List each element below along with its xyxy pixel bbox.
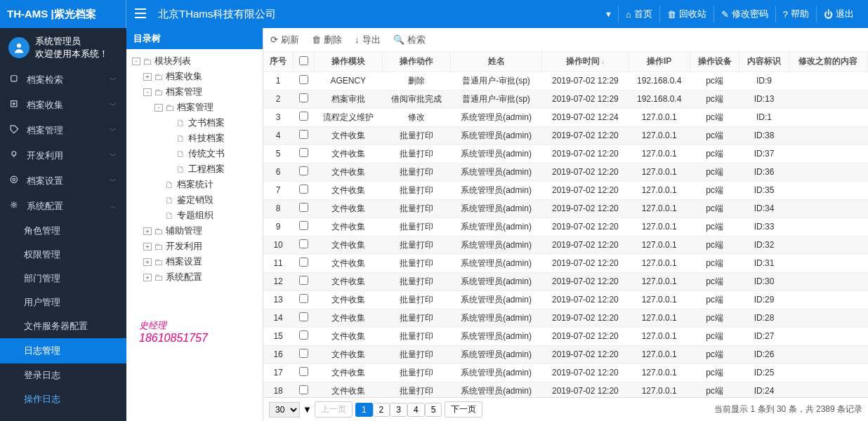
page-button-3[interactable]: 3: [390, 403, 407, 417]
tree-node-6[interactable]: 🗋传统文书: [129, 146, 260, 161]
page-button-2[interactable]: 2: [373, 403, 390, 417]
nav-item-3[interactable]: 开发利用﹀: [0, 143, 126, 168]
expander-icon[interactable]: +: [143, 73, 152, 81]
col-header-3[interactable]: 操作动作: [382, 52, 450, 72]
table-row[interactable]: 13文件收集批量打印系统管理员(admin)2019-07-02 12:2012…: [263, 290, 868, 309]
table-row[interactable]: 17文件收集批量打印系统管理员(admin)2019-07-02 12:2012…: [263, 363, 868, 382]
expander-icon[interactable]: +: [143, 274, 152, 281]
row-checkbox[interactable]: [299, 367, 308, 376]
row-checkbox[interactable]: [299, 112, 308, 121]
tree-node-1[interactable]: +🗀档案收集: [129, 69, 260, 84]
row-checkbox[interactable]: [299, 75, 308, 84]
table-row[interactable]: 9文件收集批量打印系统管理员(admin)2019-07-02 12:20127…: [263, 218, 868, 236]
nav-item-4[interactable]: 档案设置﹀: [0, 168, 126, 194]
tool-btn-1[interactable]: 🗑删除: [312, 34, 342, 46]
nav-sub-7[interactable]: 操作日志: [0, 387, 126, 411]
nav-sub-2[interactable]: 部门管理: [0, 267, 126, 290]
row-checkbox[interactable]: [299, 258, 308, 267]
table-row[interactable]: 16文件收集批量打印系统管理员(admin)2019-07-02 12:2012…: [263, 345, 868, 363]
table-row[interactable]: 2档案审批借阅审批完成普通用户-审批(sp)2019-07-02 12:2919…: [263, 90, 868, 108]
tree-node-7[interactable]: 🗋工程档案: [129, 161, 260, 177]
col-header-5[interactable]: 操作时间↓: [542, 52, 629, 72]
table-row[interactable]: 15文件收集批量打印系统管理员(admin)2019-07-02 12:2012…: [263, 327, 868, 345]
row-checkbox[interactable]: [299, 93, 308, 102]
nav-item-5[interactable]: 系统配置︿: [0, 194, 126, 219]
tree-node-14[interactable]: +🗀系统配置: [129, 269, 260, 285]
table-row[interactable]: 1AGENCY删除普通用户-审批(sp)2019-07-02 12:29192.…: [263, 72, 868, 90]
page-size-select[interactable]: 30: [269, 402, 300, 417]
expander-icon[interactable]: +: [143, 227, 152, 235]
top-link-1[interactable]: 🗑回收站: [659, 6, 714, 22]
nav-sub-0[interactable]: 角色管理: [0, 219, 126, 243]
tree-node-10[interactable]: 🗋专题组织: [129, 208, 260, 223]
tool-btn-0[interactable]: ⟳刷新: [270, 34, 299, 46]
col-header-4[interactable]: 姓名: [450, 52, 541, 72]
nav-sub-5[interactable]: 日志管理: [0, 338, 126, 363]
row-checkbox[interactable]: [299, 276, 308, 285]
chevron-down-icon[interactable]: ▼: [599, 10, 618, 18]
tool-btn-3[interactable]: 🔍检索: [393, 34, 426, 46]
row-checkbox[interactable]: [299, 312, 308, 321]
menu-toggle-icon[interactable]: [126, 8, 154, 20]
tree-node-8[interactable]: 🗋档案统计: [129, 177, 260, 192]
tree-node-9[interactable]: 🗋鉴定销毁: [129, 192, 260, 208]
row-checkbox[interactable]: [299, 203, 308, 212]
nav-sub-4[interactable]: 文件服务器配置: [0, 314, 126, 338]
page-button-5[interactable]: 5: [425, 403, 442, 417]
row-checkbox[interactable]: [299, 130, 308, 139]
top-link-4[interactable]: ⏻退出: [816, 6, 861, 22]
tree-node-3[interactable]: -🗀档案管理: [129, 100, 260, 115]
expander-icon[interactable]: +: [143, 258, 152, 266]
col-header-2[interactable]: 操作模块: [314, 52, 382, 72]
table-row[interactable]: 8文件收集批量打印系统管理员(admin)2019-07-02 12:20127…: [263, 199, 868, 218]
row-checkbox[interactable]: [299, 330, 308, 340]
col-header-9[interactable]: 修改之前的内容: [789, 52, 867, 72]
tree-node-11[interactable]: +🗀辅助管理: [129, 223, 260, 239]
tree-node-5[interactable]: 🗋科技档案: [129, 131, 260, 146]
table-row[interactable]: 3流程定义维护修改系统管理员(admin)2019-07-02 12:24127…: [263, 108, 868, 126]
row-checkbox[interactable]: [299, 239, 308, 248]
row-checkbox[interactable]: [299, 385, 308, 394]
select-all-checkbox[interactable]: [299, 56, 308, 65]
col-header-0[interactable]: 序号: [263, 52, 293, 72]
table-row[interactable]: 6文件收集批量打印系统管理员(admin)2019-07-02 12:20127…: [263, 163, 868, 181]
nav-item-0[interactable]: 档案检索﹀: [0, 67, 126, 93]
table-row[interactable]: 12文件收集批量打印系统管理员(admin)2019-07-02 12:2012…: [263, 272, 868, 290]
nav-sub-6[interactable]: 登录日志: [0, 363, 126, 387]
tool-btn-2[interactable]: ↓导出: [355, 34, 381, 46]
nav-item-1[interactable]: 档案收集﹀: [0, 93, 126, 118]
table-row[interactable]: 14文件收集批量打印系统管理员(admin)2019-07-02 12:2012…: [263, 309, 868, 327]
page-button-4[interactable]: 4: [407, 403, 425, 417]
row-checkbox[interactable]: [299, 221, 308, 230]
tree-node-12[interactable]: +🗀开发利用: [129, 239, 260, 254]
table-row[interactable]: 18文件收集批量打印系统管理员(admin)2019-07-02 12:2012…: [263, 382, 868, 397]
page-button-1[interactable]: 1: [355, 403, 373, 417]
col-header-1[interactable]: [293, 52, 314, 72]
col-header-8[interactable]: 内容标识: [739, 52, 789, 72]
top-link-0[interactable]: ⌂首页: [618, 6, 659, 22]
col-header-7[interactable]: 操作设备: [690, 52, 739, 72]
table-row[interactable]: 5文件收集批量打印系统管理员(admin)2019-07-02 12:20127…: [263, 145, 868, 163]
table-row[interactable]: 11文件收集批量打印系统管理员(admin)2019-07-02 12:2012…: [263, 254, 868, 272]
expander-icon[interactable]: -: [143, 88, 152, 96]
row-checkbox[interactable]: [299, 349, 308, 358]
table-row[interactable]: 4文件收集批量打印系统管理员(admin)2019-07-02 12:20127…: [263, 126, 868, 145]
row-checkbox[interactable]: [299, 294, 308, 303]
nav-item-2[interactable]: 档案管理﹀: [0, 118, 126, 143]
tree-node-13[interactable]: +🗀档案设置: [129, 254, 260, 269]
nav-sub-3[interactable]: 用户管理: [0, 290, 126, 314]
tree-node-2[interactable]: -🗀档案管理: [129, 84, 260, 100]
nav-sub-1[interactable]: 权限管理: [0, 243, 126, 267]
row-checkbox[interactable]: [299, 185, 308, 194]
top-link-2[interactable]: ✎修改密码: [714, 6, 775, 22]
expander-icon[interactable]: -: [154, 104, 163, 112]
tree-node-4[interactable]: 🗋文书档案: [129, 115, 260, 131]
next-page-button[interactable]: 下一页: [445, 401, 482, 417]
table-row[interactable]: 10文件收集批量打印系统管理员(admin)2019-07-02 12:2012…: [263, 236, 868, 254]
row-checkbox[interactable]: [299, 148, 308, 157]
tree-node-0[interactable]: -🗀模块列表: [129, 53, 260, 69]
top-link-3[interactable]: ?帮助: [775, 6, 816, 22]
col-header-6[interactable]: 操作IP: [629, 52, 690, 72]
expander-icon[interactable]: -: [132, 58, 140, 65]
expander-icon[interactable]: +: [143, 243, 152, 250]
